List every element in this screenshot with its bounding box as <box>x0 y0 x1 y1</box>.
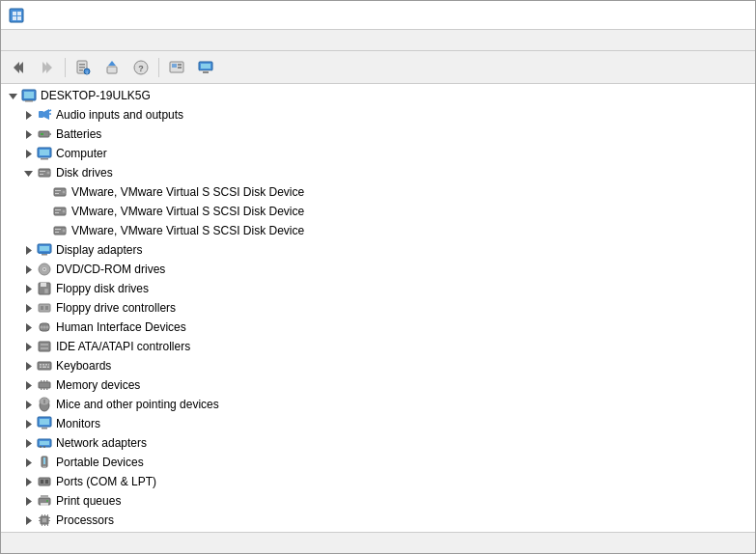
expand-btn[interactable] <box>20 435 36 451</box>
svg-rect-33 <box>39 111 43 118</box>
tree-item-portable[interactable]: Portable Devices <box>1 453 755 472</box>
expand-btn[interactable] <box>20 242 36 258</box>
menu-view[interactable] <box>36 39 51 42</box>
audio-label: Audio inputs and outputs <box>56 108 183 122</box>
svg-rect-125 <box>45 480 48 484</box>
svg-rect-40 <box>41 133 43 135</box>
computer-label: Computer <box>56 147 107 160</box>
expand-btn[interactable] <box>20 126 36 142</box>
processors-label: Processors <box>56 513 114 527</box>
tree-item-disk-drives[interactable]: Disk drives <box>1 163 755 182</box>
expand-btn[interactable] <box>20 339 36 354</box>
tree-item-floppy-ctrl[interactable]: Floppy drive controllers <box>1 298 755 318</box>
tree-item-batteries[interactable]: Batteries <box>1 125 755 144</box>
restore-button[interactable] <box>657 1 701 30</box>
audio-icon <box>36 107 53 123</box>
expand-btn[interactable] <box>20 319 36 335</box>
tree-item-disk1[interactable]: VMware, VMware Virtual S SCSI Disk Devic… <box>1 182 755 202</box>
expand-btn[interactable] <box>20 358 36 374</box>
expand-btn[interactable] <box>20 281 36 296</box>
expand-placeholder[interactable] <box>36 184 51 200</box>
expand-btn[interactable] <box>20 107 36 123</box>
tree-item-processors[interactable]: Processors <box>1 511 755 530</box>
svg-rect-56 <box>55 209 61 210</box>
expand-btn[interactable] <box>20 512 36 528</box>
properties-button[interactable]: i <box>70 54 97 81</box>
network-label: Network adapters <box>56 436 147 450</box>
tree-item-hid[interactable]: Human Interface Devices <box>1 318 755 337</box>
keyboards-label: Keyboards <box>56 359 111 373</box>
svg-rect-25 <box>203 71 209 73</box>
svg-rect-142 <box>48 517 50 518</box>
expand-btn[interactable] <box>20 146 36 161</box>
svg-rect-77 <box>41 306 43 310</box>
forward-button[interactable] <box>34 54 61 81</box>
content-area: DESKTOP-19ULK5GAudio inputs and outputsB… <box>1 84 755 532</box>
tree-item-ide[interactable]: IDE ATA/ATAPI controllers <box>1 337 755 356</box>
tree-item-mice[interactable]: Mice and other pointing devices <box>1 395 755 414</box>
svg-rect-65 <box>42 254 47 256</box>
help-button[interactable]: ? <box>127 54 154 81</box>
svg-rect-52 <box>55 190 61 191</box>
floppy-disk-icon <box>36 281 53 296</box>
tree-item-network[interactable]: Network adapters <box>1 433 755 453</box>
expand-btn[interactable] <box>20 416 36 431</box>
tree-item-computer[interactable]: Computer <box>1 144 755 163</box>
window-controls <box>610 1 747 30</box>
minimize-button[interactable] <box>610 1 655 30</box>
tree-item-dvd[interactable]: DVD/CD-ROM drives <box>1 260 755 279</box>
svg-rect-20 <box>172 64 177 68</box>
tree-item-audio[interactable]: Audio inputs and outputs <box>1 105 755 125</box>
svg-marker-67 <box>26 265 32 274</box>
svg-rect-112 <box>42 428 47 429</box>
svg-marker-16 <box>108 61 116 66</box>
svg-point-83 <box>46 326 49 329</box>
collapse-btn[interactable] <box>5 88 20 103</box>
tree-item-floppy-disk[interactable]: Floppy disk drives <box>1 279 755 298</box>
collapse-btn[interactable] <box>20 165 36 180</box>
svg-rect-137 <box>42 524 42 526</box>
tree-item-disk3[interactable]: VMware, VMware Virtual S SCSI Disk Devic… <box>1 221 755 240</box>
tree-item-memory[interactable]: Memory devices <box>1 375 755 395</box>
floppy-disk-label: Floppy disk drives <box>56 282 149 295</box>
svg-point-117 <box>43 446 45 448</box>
separator-1 <box>65 58 66 77</box>
expand-placeholder[interactable] <box>36 204 51 219</box>
expand-btn[interactable] <box>20 377 36 393</box>
expand-btn[interactable] <box>20 300 36 316</box>
tree-item-display[interactable]: Display adapters <box>1 240 755 260</box>
svg-rect-141 <box>39 520 41 521</box>
tree-item-disk2[interactable]: VMware, VMware Virtual S SCSI Disk Devic… <box>1 202 755 221</box>
tree-item-keyboards[interactable]: Keyboards <box>1 356 755 375</box>
separator-2 <box>158 58 159 77</box>
back-button[interactable] <box>5 54 32 81</box>
expand-btn[interactable] <box>20 474 36 489</box>
svg-rect-53 <box>55 193 59 194</box>
expand-btn[interactable] <box>20 397 36 412</box>
disk3-label: VMware, VMware Virtual S SCSI Disk Devic… <box>71 224 304 237</box>
menu-file[interactable] <box>5 39 20 42</box>
menu-help[interactable] <box>51 39 67 42</box>
dvd-icon <box>36 262 53 277</box>
svg-rect-29 <box>24 92 34 98</box>
computer-button[interactable] <box>192 54 219 81</box>
tree-item-ports[interactable]: Ports (COM & LPT) <box>1 472 755 491</box>
svg-point-59 <box>62 229 66 233</box>
tree-item-root[interactable]: DESKTOP-19ULK5G <box>1 86 755 105</box>
ports-label: Ports (COM & LPT) <box>56 475 156 488</box>
show-hidden-button[interactable] <box>163 54 190 81</box>
svg-rect-100 <box>43 380 45 382</box>
device-tree[interactable]: DESKTOP-19ULK5GAudio inputs and outputsB… <box>1 84 755 532</box>
expand-placeholder[interactable] <box>36 223 51 238</box>
tree-item-monitors[interactable]: Monitors <box>1 414 755 433</box>
close-button[interactable] <box>703 1 747 30</box>
expand-btn[interactable] <box>20 493 36 509</box>
window-icon <box>9 8 24 23</box>
svg-marker-84 <box>26 343 32 351</box>
menu-action[interactable] <box>20 39 36 42</box>
svg-rect-1 <box>13 12 16 15</box>
tree-item-print[interactable]: Print queues <box>1 491 755 511</box>
expand-btn[interactable] <box>20 455 36 470</box>
update-driver-button[interactable] <box>98 54 126 81</box>
expand-btn[interactable] <box>20 262 36 277</box>
